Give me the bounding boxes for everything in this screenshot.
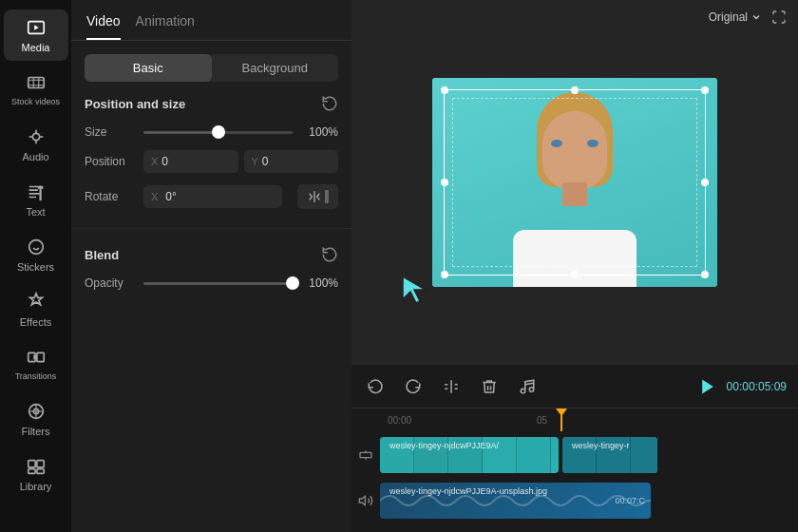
audio-clip-time: 00:07:C — [615, 496, 645, 505]
opacity-slider[interactable] — [143, 282, 293, 285]
ruler-mark-1: 05 — [537, 415, 547, 426]
text-icon — [26, 181, 47, 202]
position-x-box[interactable]: X 0 — [143, 150, 238, 173]
sidebar-item-filters[interactable]: Filters — [4, 393, 68, 445]
undo-button[interactable] — [363, 374, 388, 399]
size-value: 100% — [302, 125, 338, 139]
section-header: Position and size — [85, 95, 338, 112]
sidebar-item-label: Transitions — [15, 371, 57, 382]
add-track-icon[interactable] — [358, 447, 373, 463]
video-clip-2[interactable]: wesley-tingey-r — [562, 437, 657, 473]
audio-icon — [26, 126, 47, 147]
sidebar-item-transitions[interactable]: Transitions — [4, 339, 68, 390]
original-dropdown[interactable]: Original — [709, 10, 762, 24]
sidebar-item-stock-videos[interactable]: Stock videos — [4, 65, 68, 115]
preview-video-frame — [432, 78, 717, 287]
opacity-label: Opacity — [85, 276, 134, 290]
audio-edit-icon — [519, 378, 536, 395]
handle-top-right[interactable] — [701, 86, 709, 94]
volume-icon[interactable] — [358, 493, 373, 508]
handle-right-mid[interactable] — [701, 179, 709, 186]
svg-point-2 — [32, 133, 39, 140]
expand-icon[interactable] — [771, 10, 787, 25]
timeline-tracks: wesley-tingey-njdcwPJJE9A/ wesley-tingey… — [352, 431, 798, 532]
position-y-box[interactable]: Y 0 — [244, 150, 339, 173]
rotate-input[interactable]: X 0° — [143, 185, 282, 208]
main-area: Original — [352, 0, 798, 532]
svg-rect-11 — [36, 468, 43, 473]
mirror-icon — [307, 189, 322, 204]
original-label: Original — [709, 10, 748, 24]
sidebar-item-label: Audio — [22, 151, 48, 162]
audio-track-content: wesley-tingey-njdcwPJJE9A-unsplash.jpg 0… — [380, 479, 798, 522]
y-label: Y — [252, 156, 258, 167]
library-icon — [26, 456, 47, 477]
sidebar-item-label: Stickers — [17, 261, 54, 273]
toggle-background[interactable]: Background — [212, 54, 339, 82]
timeline: 00:00 05 — [352, 408, 798, 532]
redo-button[interactable] — [401, 374, 426, 399]
position-label: Position — [85, 155, 134, 168]
size-slider-row: Size 100% — [85, 125, 338, 139]
play-icon — [698, 377, 717, 396]
handle-bottom-right[interactable] — [701, 271, 709, 278]
svg-rect-14 — [360, 452, 371, 457]
blend-reset-icon[interactable] — [321, 246, 338, 263]
stickers-icon — [26, 237, 47, 257]
size-label: Size — [85, 125, 134, 139]
sidebar-item-audio[interactable]: Audio — [4, 119, 68, 170]
sidebar-item-library[interactable]: Library — [4, 448, 68, 500]
size-slider[interactable] — [143, 131, 293, 134]
handle-top-mid[interactable] — [571, 86, 579, 94]
svg-rect-8 — [28, 460, 34, 466]
audio-button[interactable] — [515, 374, 540, 399]
sidebar-item-label: Stock videos — [11, 97, 60, 107]
position-row: Position X 0 Y 0 — [85, 150, 338, 173]
delete-button[interactable] — [477, 374, 502, 399]
video-track-content: wesley-tingey-njdcwPJJE9A/ wesley-tingey… — [380, 433, 798, 477]
film-frame — [517, 437, 551, 473]
toggle-basic[interactable]: Basic — [85, 54, 212, 82]
clip-label: wesley-tingey-njdcwPJJE9A/ — [384, 439, 504, 452]
svg-marker-13 — [702, 379, 713, 393]
sidebar-item-media[interactable]: Media — [4, 10, 68, 61]
opacity-value: 100% — [302, 276, 338, 290]
blend-header: Blend — [85, 246, 338, 263]
rotate-x-label: X — [151, 191, 158, 202]
sidebar-item-label: Media — [22, 42, 50, 53]
tab-animation[interactable]: Animation — [136, 13, 195, 40]
sidebar-item-stickers[interactable]: Stickers — [4, 229, 68, 280]
split-icon — [443, 378, 460, 395]
sidebar-item-text[interactable]: Text — [4, 174, 68, 225]
panel-tabs: Video Animation — [71, 0, 352, 41]
playback-toolbar: 00:00:05:09 — [352, 365, 798, 408]
video-clip-1[interactable]: wesley-tingey-njdcwPJJE9A/ — [380, 437, 559, 473]
audio-clip-1[interactable]: wesley-tingey-njdcwPJJE9A-unsplash.jpg 0… — [380, 483, 651, 519]
audio-clip-label: wesley-tingey-njdcwPJJE9A-unsplash.jpg — [384, 484, 553, 498]
selection-overlay — [444, 89, 706, 276]
reset-icon[interactable] — [321, 95, 338, 112]
handle-left-mid[interactable] — [441, 179, 448, 186]
redo-icon — [405, 378, 422, 395]
tab-video[interactable]: Video — [86, 13, 121, 40]
svg-rect-5 — [36, 352, 43, 361]
stock-videos-icon — [26, 72, 47, 93]
handle-bottom-left[interactable] — [441, 271, 448, 278]
timeline-ruler: 00:00 05 — [352, 408, 798, 431]
split-button[interactable] — [439, 374, 464, 399]
properties-panel: Video Animation Basic Background Positio… — [71, 0, 352, 532]
sidebar-item-effects[interactable]: Effects — [4, 284, 68, 335]
chevron-down-icon — [750, 11, 762, 23]
undo-icon — [367, 378, 384, 395]
transitions-icon — [26, 347, 47, 368]
handle-top-left[interactable] — [441, 86, 448, 94]
playhead[interactable] — [560, 408, 562, 431]
x-value: 0 — [162, 155, 168, 168]
svg-rect-10 — [28, 468, 34, 473]
opacity-slider-row: Opacity 100% — [85, 276, 338, 290]
handle-bottom-mid[interactable] — [571, 271, 579, 278]
play-button[interactable] — [698, 377, 717, 396]
mirror-button[interactable] — [297, 184, 338, 209]
panel-toggle: Basic Background — [85, 54, 338, 82]
video-track: wesley-tingey-njdcwPJJE9A/ wesley-tingey… — [352, 433, 798, 477]
